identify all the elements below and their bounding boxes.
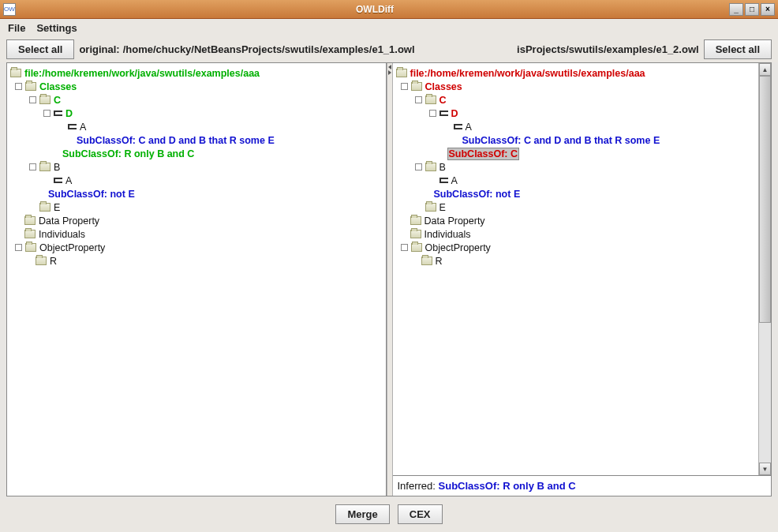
- folder-icon: [36, 257, 47, 265]
- app-icon: OW: [3, 3, 16, 16]
- right-tree[interactable]: file:/home/kremen/work/java/swutils/exam…: [393, 63, 759, 475]
- folder-icon: [425, 96, 436, 104]
- expand-toggle[interactable]: [29, 163, 36, 170]
- tree-root[interactable]: file:/home/kremen/work/java/swutils/exam…: [410, 68, 645, 79]
- tree-node-c[interactable]: C: [54, 95, 61, 106]
- split-divider[interactable]: [387, 63, 393, 496]
- class-icon: [54, 178, 62, 183]
- tree-axiom[interactable]: SubClassOf: R only B and C: [62, 148, 194, 159]
- window-titlebar: OW OWLDiff _ □ ×: [0, 0, 778, 19]
- tree-node-a[interactable]: A: [80, 122, 86, 133]
- tree-classes[interactable]: Classes: [39, 81, 77, 92]
- tree-objectprop[interactable]: ObjectProperty: [39, 242, 105, 253]
- window-title: OWLDiff: [21, 4, 729, 15]
- tree-axiom[interactable]: SubClassOf: not E: [48, 189, 135, 200]
- tree-dataprop[interactable]: Data Property: [425, 215, 485, 227]
- tree-dataprop[interactable]: Data Property: [39, 215, 99, 227]
- folder-icon: [425, 203, 436, 212]
- tree-node-b[interactable]: B: [54, 162, 60, 173]
- menu-file[interactable]: File: [8, 22, 25, 34]
- merge-button[interactable]: Merge: [335, 504, 389, 524]
- menubar: File Settings: [0, 19, 778, 36]
- window-controls: _ □ ×: [729, 3, 775, 16]
- folder-icon: [39, 163, 50, 171]
- cex-button[interactable]: CEX: [398, 504, 443, 524]
- tree-node-a[interactable]: A: [451, 175, 458, 186]
- folder-icon: [24, 230, 36, 238]
- minimize-button[interactable]: _: [729, 3, 743, 16]
- left-tree[interactable]: file:/home/kremen/work/java/swutils/exam…: [7, 63, 386, 496]
- tree-axiom[interactable]: SubClassOf: C and D and B that R some E: [462, 135, 660, 146]
- tree-node-b[interactable]: B: [439, 162, 446, 173]
- class-icon: [68, 124, 77, 129]
- maximize-button[interactable]: □: [745, 3, 759, 16]
- expand-toggle[interactable]: [429, 110, 436, 117]
- tree-node-r[interactable]: R: [436, 256, 443, 267]
- inferred-label: Inferred:: [398, 480, 436, 492]
- close-button[interactable]: ×: [761, 3, 775, 16]
- inference-panel: Inferred: SubClassOf: R only B and C: [393, 475, 772, 496]
- expand-toggle[interactable]: [15, 244, 22, 251]
- tree-node-e[interactable]: E: [54, 202, 60, 213]
- tree-objectprop[interactable]: ObjectProperty: [425, 242, 491, 253]
- chevron-right-icon: [388, 70, 391, 75]
- bottom-button-bar: Merge CEX: [0, 500, 778, 532]
- scroll-thumb[interactable]: [759, 76, 771, 323]
- expand-toggle[interactable]: [29, 96, 36, 103]
- expand-toggle[interactable]: [401, 83, 408, 90]
- folder-icon: [25, 243, 36, 252]
- folder-icon: [25, 82, 36, 91]
- folder-icon: [410, 216, 421, 225]
- select-all-right-button[interactable]: Select all: [704, 39, 772, 59]
- folder-icon: [39, 96, 50, 104]
- folder-icon: [410, 230, 421, 238]
- menu-settings[interactable]: Settings: [36, 22, 77, 34]
- tree-node-a[interactable]: A: [466, 122, 472, 133]
- folder-icon: [396, 69, 407, 77]
- left-tree-pane: file:/home/kremen/work/java/swutils/exam…: [7, 63, 387, 496]
- expand-toggle[interactable]: [415, 96, 422, 103]
- tree-classes[interactable]: Classes: [425, 81, 462, 92]
- folder-icon: [425, 163, 436, 171]
- compared-path: isProjects/swutils/examples/e1_2.owl: [517, 43, 699, 55]
- class-icon: [454, 124, 462, 129]
- tree-node-r[interactable]: R: [50, 256, 57, 267]
- tree-individuals[interactable]: Individuals: [425, 229, 471, 240]
- split-pane: file:/home/kremen/work/java/swutils/exam…: [6, 62, 772, 496]
- scroll-down-icon[interactable]: ▼: [759, 463, 771, 475]
- scroll-up-icon[interactable]: ▲: [759, 63, 771, 76]
- tree-individuals[interactable]: Individuals: [39, 229, 85, 240]
- expand-toggle[interactable]: [415, 163, 422, 170]
- chevron-left-icon: [388, 65, 391, 69]
- tree-node-d[interactable]: D: [451, 108, 458, 119]
- tree-axiom[interactable]: SubClassOf: not E: [434, 189, 521, 200]
- toolbar: Select all original: /home/chucky/NetBea…: [0, 36, 778, 62]
- folder-icon: [39, 203, 50, 212]
- expand-toggle[interactable]: [15, 83, 22, 90]
- tree-node-e[interactable]: E: [439, 202, 446, 213]
- original-label: original:: [79, 43, 119, 55]
- right-tree-pane: file:/home/kremen/work/java/swutils/exam…: [393, 63, 772, 496]
- scrollbar[interactable]: ▲ ▼: [758, 63, 771, 475]
- expand-toggle[interactable]: [43, 110, 50, 117]
- tree-node-c[interactable]: C: [439, 95, 447, 106]
- tree-root[interactable]: file:/home/kremen/work/java/swutils/exam…: [24, 68, 260, 79]
- folder-icon: [411, 82, 422, 91]
- folder-icon: [24, 216, 36, 225]
- tree-axiom[interactable]: SubClassOf: C and D and B that R some E: [77, 135, 275, 146]
- original-path: /home/chucky/NetBeansProjects/swutils/ex…: [123, 43, 415, 55]
- expand-toggle[interactable]: [401, 244, 408, 251]
- folder-icon: [421, 257, 432, 265]
- folder-icon: [411, 243, 422, 252]
- class-icon: [439, 178, 448, 183]
- select-all-left-button[interactable]: Select all: [6, 39, 74, 59]
- tree-axiom-selected[interactable]: SubClassOf: C: [448, 148, 519, 159]
- folder-icon: [10, 69, 21, 77]
- tree-node-d[interactable]: D: [65, 108, 73, 119]
- class-icon: [54, 111, 62, 116]
- class-icon: [439, 111, 448, 116]
- inferred-text: SubClassOf: R only B and C: [439, 480, 576, 492]
- tree-node-a[interactable]: A: [65, 175, 72, 186]
